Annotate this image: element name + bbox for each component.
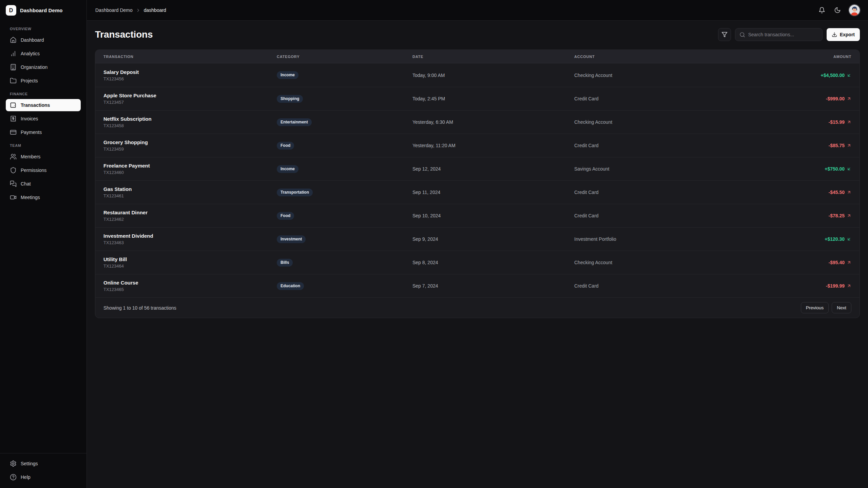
category-cell: Shopping — [277, 95, 412, 103]
arrow-up-right-icon — [847, 213, 851, 218]
sidebar-item-label: Dashboard — [21, 37, 44, 43]
transaction-id: TX123464 — [103, 263, 277, 269]
transaction-id: TX123457 — [103, 100, 277, 105]
video-icon — [10, 194, 17, 201]
account-cell: Credit Card — [574, 143, 735, 148]
sidebar-item-chat[interactable]: Chat — [6, 178, 81, 190]
receipt-icon — [10, 115, 17, 122]
table-row[interactable]: Salary Deposit TX123456 Income Today, 9:… — [95, 63, 860, 87]
sidebar-item-dashboard[interactable]: Dashboard — [6, 34, 81, 46]
arrow-down-left-icon — [847, 167, 851, 171]
column-header-transaction: Transaction — [103, 55, 277, 59]
chat-icon — [10, 180, 17, 187]
date-cell: Sep 7, 2024 — [412, 283, 574, 289]
transaction-name: Netflix Subscription — [103, 116, 277, 122]
table-row[interactable]: Freelance Payment TX123460 Income Sep 12… — [95, 157, 860, 180]
account-cell: Credit Card — [574, 190, 735, 195]
account-cell: Checking Account — [574, 73, 735, 78]
app-logo[interactable]: D Dashboard Demo — [0, 0, 86, 21]
amount-cell: -$199.99 — [735, 283, 851, 289]
table-row[interactable]: Investment Dividend TX123463 Investment … — [95, 227, 860, 251]
page-title: Transactions — [95, 29, 153, 40]
table-row[interactable]: Gas Station TX123461 Transportation Sep … — [95, 180, 860, 204]
transaction-id: TX123458 — [103, 123, 277, 129]
users-icon — [10, 153, 17, 160]
table-row[interactable]: Online Course TX123465 Education Sep 7, … — [95, 274, 860, 297]
sidebar-footer: Settings Help — [0, 453, 86, 488]
account-cell: Checking Account — [574, 260, 735, 265]
folder-icon — [10, 77, 17, 84]
account-cell: Checking Account — [574, 119, 735, 125]
notifications-button[interactable] — [816, 4, 828, 16]
sidebar-item-meetings[interactable]: Meetings — [6, 191, 81, 203]
amount-value: -$15.99 — [829, 119, 845, 125]
amount-value: -$85.75 — [829, 143, 845, 148]
transaction-id: TX123459 — [103, 147, 277, 152]
transaction-cell: Grocery Shopping TX123459 — [103, 139, 277, 152]
amount-value: -$78.25 — [829, 213, 845, 218]
transaction-id: TX123460 — [103, 170, 277, 175]
sidebar-item-analytics[interactable]: Analytics — [6, 47, 81, 60]
category-cell: Food — [277, 212, 412, 220]
credit-card-icon — [10, 129, 17, 136]
category-badge: Income — [277, 71, 298, 79]
help-circle-icon — [10, 474, 17, 481]
sidebar-item-members[interactable]: Members — [6, 151, 81, 163]
table-row[interactable]: Netflix Subscription TX123458 Entertainm… — [95, 110, 860, 134]
arrow-up-right-icon — [847, 143, 851, 148]
sidebar-item-payments[interactable]: Payments — [6, 126, 81, 138]
user-avatar[interactable] — [848, 4, 861, 16]
date-cell: Sep 9, 2024 — [412, 236, 574, 242]
table-row[interactable]: Grocery Shopping TX123459 Food Yesterday… — [95, 134, 860, 157]
sidebar-item-projects[interactable]: Projects — [6, 75, 81, 87]
sidebar-item-organization[interactable]: Organization — [6, 61, 81, 73]
sidebar-item-label: Settings — [21, 461, 38, 466]
category-cell: Income — [277, 71, 412, 79]
transaction-id: TX123461 — [103, 193, 277, 199]
moon-icon — [834, 7, 841, 14]
date-cell: Sep 8, 2024 — [412, 260, 574, 265]
sidebar-item-invoices[interactable]: Invoices — [6, 113, 81, 125]
amount-cell: -$78.25 — [735, 213, 851, 218]
date-cell: Today, 2:45 PM — [412, 96, 574, 101]
pagination-controls: Previous Next — [801, 302, 851, 313]
home-icon — [10, 37, 17, 43]
category-badge: Entertainment — [277, 118, 312, 126]
breadcrumb-root[interactable]: Dashboard Demo — [95, 7, 133, 13]
table-row[interactable]: Restaurant Dinner TX123462 Food Sep 10, … — [95, 204, 860, 227]
transaction-id: TX123463 — [103, 240, 277, 246]
account-cell: Savings Account — [574, 166, 735, 172]
sidebar-item-permissions[interactable]: Permissions — [6, 164, 81, 176]
sidebar-item-settings[interactable]: Settings — [6, 457, 81, 470]
table-row[interactable]: Utility Bill TX123464 Bills Sep 8, 2024 … — [95, 251, 860, 274]
amount-cell: -$999.00 — [735, 96, 851, 101]
logo-letter: D — [9, 7, 13, 14]
previous-page-button[interactable]: Previous — [801, 302, 829, 313]
arrow-down-left-icon — [847, 73, 851, 78]
sidebar-item-label: Projects — [21, 78, 38, 83]
filter-button[interactable] — [718, 28, 731, 41]
sidebar-item-transactions[interactable]: Transactions — [6, 99, 81, 111]
section-label-finance: Finance — [6, 92, 81, 96]
table-row[interactable]: Apple Store Purchase TX123457 Shopping T… — [95, 87, 860, 110]
next-page-button[interactable]: Next — [832, 302, 851, 313]
amount-value: -$95.40 — [829, 260, 845, 265]
transaction-cell: Apple Store Purchase TX123457 — [103, 92, 277, 105]
transaction-name: Restaurant Dinner — [103, 209, 277, 216]
sidebar-item-label: Members — [21, 154, 40, 159]
table-body: Salary Deposit TX123456 Income Today, 9:… — [95, 63, 860, 297]
theme-toggle-button[interactable] — [831, 4, 844, 16]
search-input[interactable] — [748, 32, 818, 37]
arrow-up-right-icon — [847, 284, 851, 288]
topbar-actions — [816, 4, 861, 16]
account-cell: Credit Card — [574, 283, 735, 289]
transaction-name: Online Course — [103, 279, 277, 286]
category-badge: Income — [277, 165, 298, 173]
sidebar-item-help[interactable]: Help — [6, 471, 81, 483]
building-icon — [10, 64, 17, 71]
arrow-up-right-icon — [847, 190, 851, 195]
header-controls: Export — [718, 28, 860, 41]
date-cell: Sep 12, 2024 — [412, 166, 574, 172]
transaction-cell: Gas Station TX123461 — [103, 186, 277, 199]
export-button[interactable]: Export — [827, 28, 860, 41]
